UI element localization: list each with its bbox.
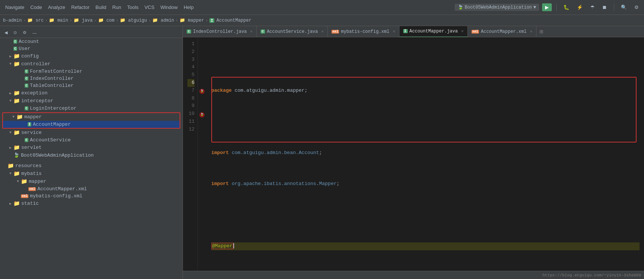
tree-item-static[interactable]: 📁 static	[0, 200, 183, 207]
tree-label-account: Account	[19, 39, 39, 44]
tree-toolbar: ◀ ⊙ ⚙ —	[0, 28, 183, 38]
breadcrumb-project[interactable]: b-admin	[3, 18, 22, 23]
tree-item-accountmapper[interactable]: I AccountMapper	[3, 121, 180, 128]
help-btn[interactable]: Help	[181, 3, 196, 11]
tree-item-table[interactable]: c TableController	[0, 82, 183, 89]
profile-btn[interactable]: ⚡	[575, 3, 585, 11]
tree-item-mapper[interactable]: 📁 mapper	[3, 113, 180, 121]
tree-item-resources-root[interactable]: 📁 resources	[0, 162, 183, 170]
tree-label-loginint: LoginInterceptor	[30, 106, 77, 111]
gutter-6	[199, 79, 205, 87]
tab-close-accmapper-xml[interactable]: ×	[530, 29, 532, 34]
tree-collapse-btn[interactable]: ◀	[3, 29, 9, 36]
tree-item-service[interactable]: 📁 service	[0, 129, 183, 137]
breadcrumb-atguigu[interactable]: 📁 atguigu	[120, 18, 147, 23]
line-num-3: 3	[187, 56, 195, 64]
tree-item-formtest[interactable]: c FormTestController	[0, 68, 183, 75]
tree-item-config[interactable]: 📁 config	[0, 52, 183, 60]
vcs-btn[interactable]: VCS	[142, 3, 157, 11]
app-container: Navigate Code Analyze Refactor Build Run…	[0, 0, 644, 279]
top-toolbar: Navigate Code Analyze Refactor Build Run…	[0, 0, 644, 15]
tab-icon-indexcontroller: c	[187, 29, 191, 34]
tab-indexcontroller[interactable]: c IndexController.java ×	[183, 26, 257, 37]
tab-accmapper-xml[interactable]: xml AccountMapper.xml ×	[468, 26, 536, 37]
tree-item-mybatis[interactable]: 📁 mybatis	[0, 170, 183, 178]
tree-item-boot[interactable]: 🍃 Boot05WebAdminApplication	[0, 151, 183, 159]
tree-item-index[interactable]: c IndexController	[0, 75, 183, 82]
tree-item-servlet[interactable]: 📁 servlet	[0, 144, 183, 151]
code-area[interactable]: 1 2 3 4 5 6 7 8 9 10 11 12	[183, 37, 644, 271]
tree-item-exception[interactable]: 📁 exception	[0, 89, 183, 97]
folder-icon-interceptor: 📁	[13, 98, 20, 104]
tree-item-controller[interactable]: 📁 controller	[0, 60, 183, 68]
tree-item-mybatis-config[interactable]: xml mybatis-config.xml	[0, 192, 183, 200]
mapper-dir-redbox: 📁 mapper I AccountMapper	[2, 112, 180, 129]
tree-item-res-mapper[interactable]: 📁 mapper	[0, 178, 183, 185]
breadcrumb-mapper[interactable]: 📁 mapper	[180, 18, 204, 23]
breadcrumb-main[interactable]: 📁 main	[49, 18, 68, 23]
tab-close-accmapper[interactable]: ×	[461, 29, 464, 34]
settings-btn[interactable]: ⚙	[632, 3, 641, 11]
gutter-7[interactable]: 🍃	[199, 87, 205, 95]
tree-arrow-mybatis	[7, 172, 13, 176]
run-menu-btn[interactable]: Run	[110, 3, 124, 11]
breadcrumb-src[interactable]: 📁 src	[27, 18, 44, 23]
tree-label-accmapper: AccountMapper	[33, 122, 71, 127]
search-everywhere-btn[interactable]: 🔍	[619, 3, 629, 11]
line-num-7: 7	[187, 87, 195, 95]
tree-settings-btn[interactable]: ⚙	[21, 29, 28, 36]
tab-mybatis-config[interactable]: xml mybatis-config.xml ×	[328, 26, 399, 37]
code-btn[interactable]: Code	[28, 3, 44, 11]
gutter-12	[199, 126, 205, 134]
breadcrumb-file[interactable]: AccountMapper	[217, 18, 252, 23]
class-icon-account: c	[13, 40, 17, 44]
tree-item-accmapper-xml[interactable]: xml AccountMapper.xml	[0, 185, 183, 192]
navigate-btn[interactable]: Navigate	[3, 3, 27, 11]
tab-close-accservice[interactable]: ×	[321, 29, 324, 34]
tools-btn[interactable]: Tools	[125, 3, 141, 11]
line-num-9: 9	[187, 102, 195, 110]
analyze-btn[interactable]: Analyze	[46, 3, 67, 11]
breadcrumb-java[interactable]: 📁 java	[74, 18, 93, 23]
gutter-1	[199, 40, 205, 48]
window-btn[interactable]: Window	[158, 3, 180, 11]
bean-icon-10[interactable]: 🍃	[199, 112, 205, 117]
run-button[interactable]: ▶	[542, 3, 552, 11]
tab-accmapper[interactable]: I AccountMapper.java ×	[399, 26, 468, 37]
tab-label-accmapper-xml: AccountMapper.xml	[481, 29, 526, 34]
tab-close-mybatis[interactable]: ×	[393, 29, 395, 34]
xml-icon-accmapper: xml	[28, 187, 36, 191]
dropdown-arrow-icon: ▼	[533, 5, 536, 10]
tree-item-login-interceptor[interactable]: c LoginInterceptor	[0, 105, 183, 112]
folder-icon-resources-root: 📁	[7, 163, 14, 169]
tab-icon-mybatis: xml	[332, 30, 339, 34]
gutter-10[interactable]: 🍃	[199, 111, 205, 119]
tree-minimize-btn[interactable]: —	[31, 30, 38, 36]
sep-3: ›	[69, 18, 72, 23]
debug-btn[interactable]: 🐛	[561, 3, 572, 11]
build-btn[interactable]: Build	[93, 3, 109, 11]
coverage-btn[interactable]: ☂	[588, 3, 597, 11]
folder-icon-static: 📁	[13, 200, 20, 207]
breadcrumb-com[interactable]: 📁 com	[98, 18, 115, 23]
breadcrumb-admin[interactable]: 📁 admin	[152, 18, 174, 23]
code-content[interactable]: package com.atguigu.admin.mapper; import…	[207, 37, 644, 271]
tree-scope-btn[interactable]: ⊙	[12, 29, 18, 36]
folder-icon-mapper: 📁	[16, 114, 23, 120]
tab-close-indexcontroller[interactable]: ×	[250, 29, 253, 34]
bean-icon-7[interactable]: 🍃	[199, 89, 205, 94]
tree-item-account[interactable]: c Account	[0, 38, 183, 45]
tree-item-accservice[interactable]: c AccountService	[0, 137, 183, 144]
stop-btn[interactable]: ⏹	[600, 3, 609, 11]
tab-accservice[interactable]: c AccountService.java ×	[257, 26, 328, 37]
tab-bar: c IndexController.java × c AccountServic…	[183, 26, 644, 37]
gutter-8	[199, 95, 205, 103]
status-bar: https://blog.atguigu.com/~yinyin-3sha809	[183, 271, 644, 279]
code-line-6: @Mapper	[211, 242, 640, 250]
tree-item-user[interactable]: c User	[0, 45, 183, 52]
refactor-btn[interactable]: Refactor	[69, 3, 92, 11]
run-config-dropdown[interactable]: 🍃 Boot05WebAdminApplication ▼	[455, 4, 539, 11]
tree-item-interceptor[interactable]: 📁 interceptor	[0, 97, 183, 105]
tree-arrow-config	[7, 54, 13, 59]
tab-add-btn[interactable]: ⊞	[536, 28, 546, 35]
